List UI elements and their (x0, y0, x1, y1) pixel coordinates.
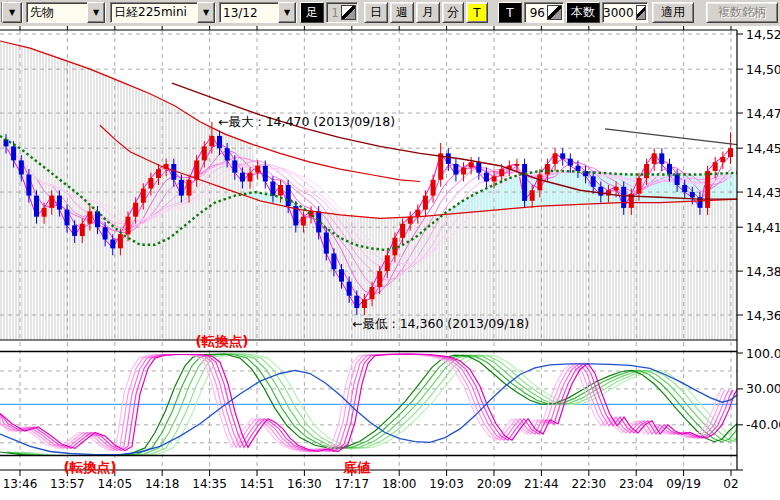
chevron-down-icon[interactable]: ▼ (2, 2, 22, 23)
svg-text:17:17: 17:17 (335, 477, 370, 491)
tick-button[interactable]: T (466, 2, 488, 23)
svg-text:-40.00: -40.00 (746, 417, 780, 432)
spinner-icon (341, 5, 356, 20)
trendline (605, 129, 737, 145)
svg-text:22:30: 22:30 (572, 477, 607, 491)
symbol-select[interactable]: 日経225mini ▼ (110, 2, 216, 23)
svg-text:←最低 : 14,360 (2013/09/18): ←最低 : 14,360 (2013/09/18) (352, 316, 529, 331)
svg-text:18:00: 18:00 (382, 477, 417, 491)
svg-text:14:51: 14:51 (240, 477, 275, 491)
svg-text:19:03: 19:03 (429, 477, 464, 491)
oscillator-axis-labels: 100.0030.00-40.00 (746, 346, 780, 433)
t-count-label: T (498, 2, 522, 23)
period-minute-button[interactable]: 分 (442, 2, 464, 23)
market-select[interactable]: 先物 ▼ (26, 2, 106, 23)
period-day-button[interactable]: 日 (364, 2, 388, 23)
contract-select-value: 13/12 (220, 6, 278, 20)
time-axis-labels: 13:4613:5714:0514:1814:3514:5116:3017:17… (3, 477, 739, 491)
period-month-button[interactable]: 月 (416, 2, 440, 23)
svg-text:100.00: 100.00 (746, 346, 780, 361)
apply-button[interactable]: 適用 (652, 2, 694, 23)
svg-text:14,475: 14,475 (746, 106, 780, 121)
chevron-down-icon[interactable]: ▼ (278, 2, 296, 23)
svg-text:14,520: 14,520 (746, 27, 780, 42)
svg-text:(転換点): (転換点) (64, 459, 117, 475)
svg-text:14:35: 14:35 (192, 477, 227, 491)
ashi-label: 足 (300, 2, 324, 23)
price-axis-labels: 14,52014,50014,47514,45514,43014,41014,3… (746, 27, 780, 323)
svg-text:02: 02 (723, 477, 738, 491)
svg-text:16:30: 16:30 (287, 477, 322, 491)
ashi-interval-field: 1 (326, 2, 358, 23)
svg-text:23:04: 23:04 (619, 477, 654, 491)
bars-count-value: 3000 (603, 6, 635, 20)
svg-text:14,500: 14,500 (746, 62, 780, 77)
multi-symbol-button[interactable]: 複数銘柄 (706, 2, 778, 23)
market-select-value: 先物 (27, 4, 87, 21)
svg-text:14,430: 14,430 (746, 185, 780, 200)
svg-text:09/19: 09/19 (666, 477, 701, 491)
svg-text:14,410: 14,410 (746, 220, 780, 235)
svg-text:14,360: 14,360 (746, 308, 780, 323)
svg-text:14:05: 14:05 (98, 477, 133, 491)
svg-text:21:44: 21:44 (524, 477, 559, 491)
svg-text:←最大 : 14,470 (2013/09/18): ←最大 : 14,470 (2013/09/18) (218, 114, 395, 129)
bars-count-field[interactable]: 3000 (602, 2, 648, 23)
svg-text:30.00: 30.00 (746, 381, 780, 396)
period-week-button[interactable]: 週 (390, 2, 414, 23)
rci-magenta-fan (0, 354, 737, 452)
oscillator-panel (0, 354, 737, 456)
svg-text:20:09: 20:09 (477, 477, 512, 491)
mini-combobox[interactable]: ▼ (1, 2, 23, 23)
chart-canvas[interactable]: ←最大 : 14,470 (2013/09/18)←最低 : 14,360 (2… (0, 26, 780, 500)
svg-text:14:18: 14:18 (145, 477, 180, 491)
spinner-icon[interactable] (636, 5, 646, 20)
svg-text:(転換点): (転換点) (196, 333, 249, 349)
t-count-value: 96 (525, 6, 546, 20)
ashi-interval-value: 1 (327, 6, 340, 20)
symbol-select-value: 日経225mini (111, 4, 197, 21)
svg-text:14,455: 14,455 (746, 141, 780, 156)
toolbar: ▼ 先物 ▼ 日経225mini ▼ 13/12 ▼ 足 1 日 週 月 分 T… (0, 0, 780, 26)
t-count-field[interactable]: 96 (524, 2, 564, 23)
contract-select[interactable]: 13/12 ▼ (219, 2, 297, 23)
svg-text:13:46: 13:46 (3, 477, 38, 491)
chevron-down-icon[interactable]: ▼ (87, 2, 105, 23)
bars-label: 本数 (566, 2, 600, 23)
chart-window: ▼ 先物 ▼ 日経225mini ▼ 13/12 ▼ 足 1 日 週 月 分 T… (0, 0, 780, 500)
chevron-down-icon[interactable]: ▼ (197, 2, 215, 23)
svg-text:13:57: 13:57 (50, 477, 85, 491)
svg-text:底値: 底値 (343, 459, 372, 475)
spinner-icon[interactable] (547, 5, 562, 20)
svg-text:14,385: 14,385 (746, 264, 780, 279)
